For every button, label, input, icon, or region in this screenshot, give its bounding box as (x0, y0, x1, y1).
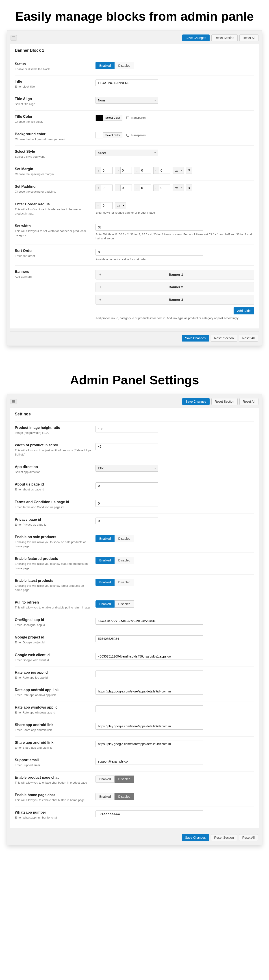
panel-settings: Save Changes Reset Section Reset All Set… (7, 394, 262, 845)
enabled-btn[interactable]: Enabled (96, 600, 115, 608)
shareandroid-input[interactable] (96, 723, 203, 730)
select-style-label: Select Style (15, 150, 91, 154)
featured-label: Enable featured products (15, 557, 91, 561)
onesignal-input[interactable] (96, 618, 203, 625)
transparent-checkbox[interactable] (126, 116, 129, 119)
disabled-btn[interactable]: Disabled (115, 776, 134, 783)
featured-toggle[interactable]: EnabledDisabled (96, 557, 254, 564)
select-color-button[interactable]: Select Color (103, 115, 122, 121)
enabled-btn[interactable]: Enabled (96, 535, 115, 542)
ratio-input[interactable] (96, 426, 158, 433)
transparent-checkbox[interactable] (126, 134, 129, 137)
onsale-label: Enable on sale products (15, 535, 91, 539)
margin-bottom-input[interactable] (140, 167, 151, 174)
latest-label: Enable latest products (15, 579, 91, 583)
privacy-input[interactable] (96, 517, 158, 524)
save-button[interactable]: Save Changes (182, 35, 210, 41)
prodchat-toggle[interactable]: EnabledDisabled (96, 776, 254, 783)
rateandroid-input[interactable] (96, 688, 203, 695)
plus-icon: + (99, 285, 101, 289)
reset-all-button[interactable]: Reset All (239, 335, 258, 342)
banner-accordion-1[interactable]: +Banner 1 (96, 270, 254, 280)
select-color-button[interactable]: Select Color (103, 132, 122, 138)
save-button[interactable]: Save Changes (182, 335, 209, 342)
reset-section-button[interactable]: Reset Section (211, 335, 237, 342)
padding-right-input[interactable] (121, 185, 132, 191)
reset-all-button[interactable]: Reset All (239, 834, 258, 841)
margin-label: Set Margin (15, 167, 91, 171)
link-icon[interactable]: ⇅ (186, 185, 192, 191)
disabled-btn[interactable]: Disabled (115, 579, 134, 586)
ratewin-input[interactable] (96, 705, 203, 712)
unit-select[interactable]: px▾ (115, 202, 126, 209)
padding-left-input[interactable] (159, 185, 170, 191)
rateios-label: Rate app ios app id (15, 670, 91, 675)
color-swatch[interactable] (96, 132, 103, 138)
onsale-toggle[interactable]: EnabledDisabled (96, 535, 254, 542)
padding-bottom-input[interactable] (140, 185, 151, 191)
gproject-desc: Enter Google project id (15, 641, 45, 644)
terms-desc: Enter Terms and Condition us page id (15, 506, 63, 509)
disabled-btn[interactable]: Disabled (115, 793, 134, 800)
pull-toggle[interactable]: EnabledDisabled (96, 600, 254, 608)
menu-icon[interactable] (11, 399, 17, 404)
support-input[interactable] (96, 758, 203, 765)
save-button[interactable]: Save Changes (182, 398, 210, 405)
disabled-btn[interactable]: Disabled (115, 600, 134, 608)
enabled-btn[interactable]: Enabled (96, 793, 115, 800)
reset-section-button[interactable]: Reset Section (211, 35, 238, 41)
sort-hint: Provide a numerical value for sort order… (96, 257, 254, 261)
status-toggle[interactable]: EnabledDisabled (96, 62, 254, 69)
width-input[interactable] (96, 224, 203, 231)
color-swatch[interactable] (96, 115, 103, 121)
title-input[interactable] (96, 80, 158, 86)
menu-icon[interactable] (11, 35, 17, 41)
ratewin-label: Rate app windows app id (15, 705, 91, 710)
banner-accordion-2[interactable]: +Banner 2 (96, 282, 254, 292)
featured-desc: Enbaling this will allow you to show fea… (15, 562, 88, 570)
dir-select[interactable]: LTR▾ (96, 465, 158, 472)
scrollwidth-desc: This will allow you to adjust width of p… (15, 449, 91, 456)
select-style-select[interactable]: Slider▾ (96, 150, 158, 156)
gproject-input[interactable] (96, 635, 203, 642)
reset-all-button[interactable]: Reset All (239, 398, 258, 405)
reset-section-button[interactable]: Reset Section (211, 834, 237, 841)
reset-all-button[interactable]: Reset All (239, 35, 258, 41)
enabled-btn[interactable]: Enabled (96, 776, 115, 783)
scrollwidth-input[interactable] (96, 443, 158, 450)
title-align-label: Title Align (15, 97, 91, 101)
terms-input[interactable] (96, 500, 158, 507)
status-disabled[interactable]: Disabled (115, 62, 134, 69)
disabled-btn[interactable]: Disabled (115, 557, 134, 564)
enabled-btn[interactable]: Enabled (96, 557, 115, 564)
pull-label: Pull to refresh (15, 600, 91, 605)
whatsapp-input[interactable] (96, 810, 203, 817)
margin-left-input[interactable] (159, 167, 170, 174)
page-heading-1: Easily manage blocks from admin panle (0, 0, 269, 30)
disabled-btn[interactable]: Disabled (115, 535, 134, 542)
padding-top-input[interactable] (101, 185, 112, 191)
save-button[interactable]: Save Changes (182, 834, 209, 841)
rateios-input[interactable] (96, 670, 203, 677)
margin-right-input[interactable] (121, 167, 132, 174)
sort-input[interactable] (96, 249, 203, 256)
arrow-down-icon: ↓ (134, 185, 140, 191)
homechat-toggle[interactable]: EnabledDisabled (96, 793, 254, 800)
gweb-input[interactable] (96, 653, 203, 660)
radius-input[interactable] (101, 202, 112, 209)
about-input[interactable] (96, 482, 158, 489)
banner-accordion-3[interactable]: +Banner 3 (96, 295, 254, 305)
link-icon[interactable]: ⇅ (186, 167, 192, 174)
shareandroid2-label: Share app android link (15, 741, 91, 745)
enabled-btn[interactable]: Enabled (96, 579, 115, 586)
status-label: Status (15, 62, 91, 66)
title-align-select[interactable]: None▾ (96, 97, 158, 104)
unit-select[interactable]: px▾ (173, 185, 184, 191)
reset-section-button[interactable]: Reset Section (211, 398, 238, 405)
latest-toggle[interactable]: EnabledDisabled (96, 579, 254, 586)
add-slide-button[interactable]: Add Slide (234, 307, 254, 314)
margin-top-input[interactable] (101, 167, 112, 174)
status-enabled[interactable]: Enabled (96, 62, 115, 69)
shareandroid2-input[interactable] (96, 741, 203, 747)
unit-select[interactable]: px▾ (173, 167, 184, 174)
